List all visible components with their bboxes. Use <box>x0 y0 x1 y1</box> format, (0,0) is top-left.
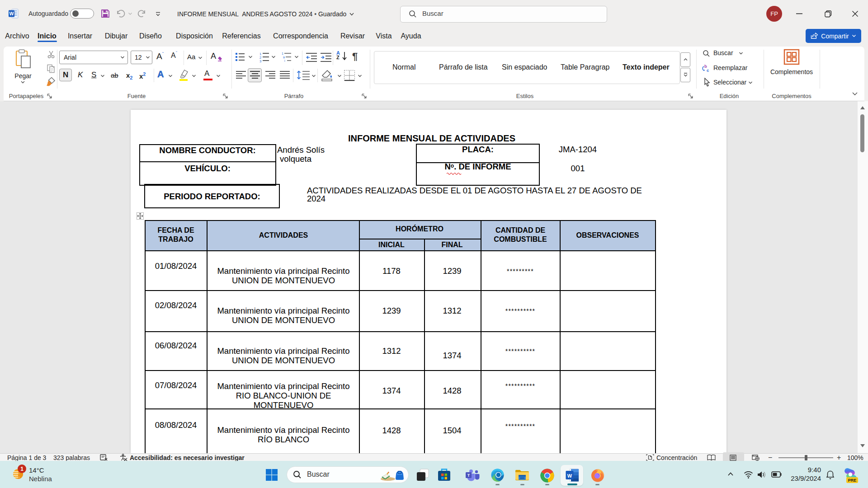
svg-text:c: c <box>707 68 709 73</box>
svg-text:W: W <box>9 11 14 16</box>
svg-text:a: a <box>283 56 285 59</box>
svg-text:W: W <box>567 473 572 479</box>
svg-text:1: 1 <box>282 52 283 55</box>
svg-text:T: T <box>467 473 470 478</box>
svg-text:3: 3 <box>259 59 261 63</box>
svg-text:i: i <box>284 59 285 62</box>
